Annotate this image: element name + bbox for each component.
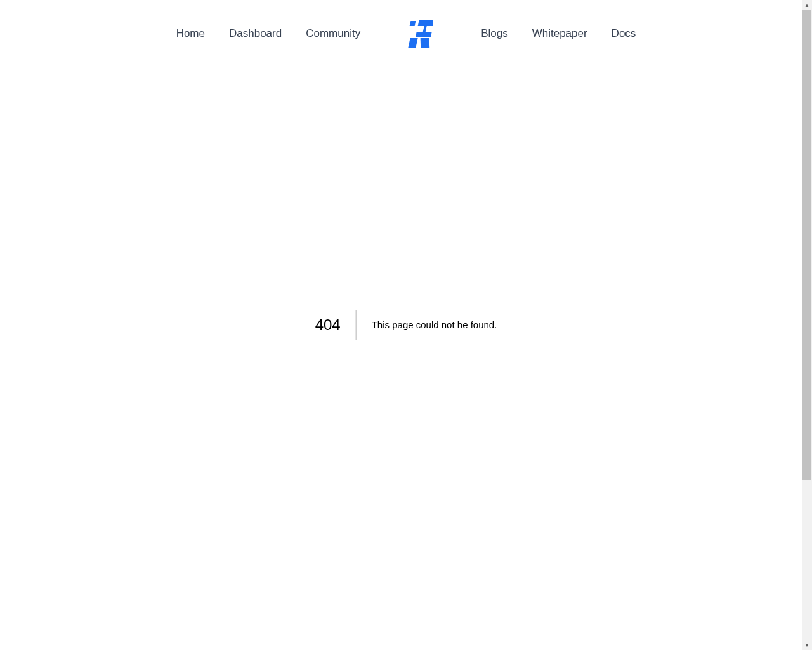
- nav-link-community[interactable]: Community: [306, 27, 360, 40]
- nav-link-dashboard[interactable]: Dashboard: [229, 27, 282, 40]
- brand-logo-icon: [408, 19, 433, 48]
- scrollbar-track[interactable]: ▲ ▼: [802, 0, 812, 650]
- nav-link-whitepaper[interactable]: Whitepaper: [532, 27, 587, 40]
- nav-link-docs[interactable]: Docs: [612, 27, 636, 40]
- logo-container[interactable]: [408, 19, 433, 48]
- nav-left-group: Home Dashboard Community: [176, 27, 361, 40]
- error-box: 404 This page could not be found.: [315, 310, 497, 340]
- nav-link-home[interactable]: Home: [176, 27, 205, 40]
- nav-link-blogs[interactable]: Blogs: [481, 27, 508, 40]
- scrollbar-thumb[interactable]: [802, 10, 811, 480]
- error-message: This page could not be found.: [357, 310, 497, 340]
- error-code: 404: [315, 310, 357, 340]
- scrollbar-arrow-down-icon[interactable]: ▼: [802, 640, 812, 650]
- nav-right-group: Blogs Whitepaper Docs: [481, 27, 636, 40]
- scrollbar-arrow-up-icon[interactable]: ▲: [802, 0, 812, 10]
- top-navigation: Home Dashboard Community Blogs Whitepape…: [0, 0, 812, 67]
